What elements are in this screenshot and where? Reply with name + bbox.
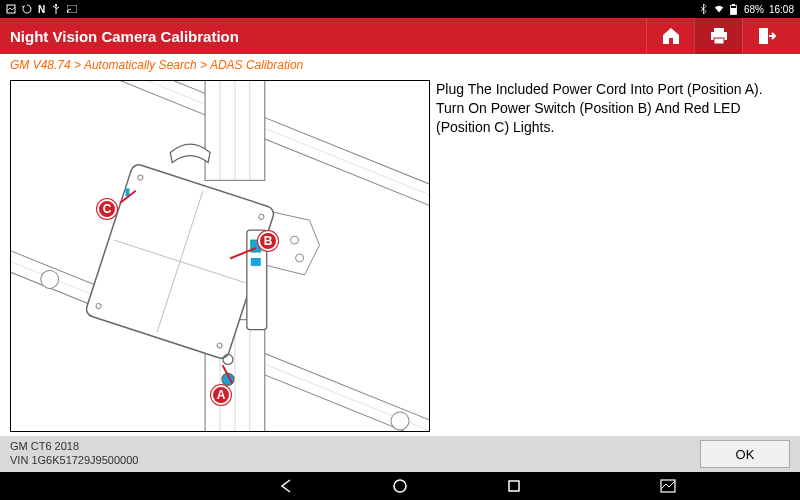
- usb-icon: [51, 4, 61, 14]
- vehicle-info: GM CT6 2018 VIN 1G6K51729J9500000: [10, 440, 700, 468]
- battery-percent: 68%: [744, 4, 764, 15]
- status-right: 68% 16:08: [699, 4, 794, 15]
- exit-button[interactable]: [742, 18, 790, 54]
- sync-icon: [22, 4, 32, 14]
- screenshot-button[interactable]: [656, 474, 680, 498]
- back-icon: [278, 478, 294, 494]
- image-icon: [660, 479, 676, 493]
- diagram-container: C B A: [10, 80, 430, 432]
- print-icon: [709, 27, 729, 45]
- svg-rect-43: [509, 481, 519, 491]
- svg-rect-12: [759, 28, 768, 44]
- status-left: N: [6, 4, 77, 15]
- android-status-bar: N 68% 16:08: [0, 0, 800, 18]
- svg-rect-11: [714, 38, 724, 44]
- callout-b: B: [258, 231, 278, 251]
- svg-rect-36: [251, 258, 261, 266]
- back-button[interactable]: [274, 474, 298, 498]
- svg-point-42: [394, 480, 406, 492]
- svg-rect-5: [67, 5, 77, 13]
- bluetooth-icon: [699, 4, 709, 14]
- home-icon: [661, 27, 681, 45]
- callout-c: C: [97, 199, 117, 219]
- svg-rect-9: [714, 28, 724, 32]
- footer-bar: GM CT6 2018 VIN 1G6K51729J9500000 OK: [0, 436, 800, 472]
- exit-icon: [757, 26, 777, 46]
- vehicle-vin: VIN 1G6K51729J9500000: [10, 454, 700, 468]
- circle-icon: [392, 478, 408, 494]
- home-nav-button[interactable]: [388, 474, 412, 498]
- app-header: Night Vision Camera Calibration: [0, 18, 800, 54]
- svg-rect-8: [731, 8, 737, 15]
- calibration-diagram: [11, 81, 429, 431]
- clock: 16:08: [769, 4, 794, 15]
- breadcrumb: GM V48.74 > Automatically Search > ADAS …: [0, 54, 800, 78]
- main-content: C B A Plug The Included Power Cord Into …: [0, 78, 800, 436]
- vehicle-model: GM CT6 2018: [10, 440, 700, 454]
- wifi-icon: [714, 4, 724, 14]
- square-icon: [506, 478, 522, 494]
- svg-point-2: [55, 4, 57, 6]
- home-button[interactable]: [646, 18, 694, 54]
- n-icon: N: [38, 4, 45, 15]
- page-title: Night Vision Camera Calibration: [10, 28, 646, 45]
- battery-icon: [729, 4, 739, 14]
- instruction-text: Plug The Included Power Cord Into Port (…: [434, 80, 790, 432]
- ok-button[interactable]: OK: [700, 440, 790, 468]
- gallery-icon: [6, 4, 16, 14]
- android-nav-bar: [0, 472, 800, 500]
- cast-icon: [67, 4, 77, 14]
- callout-a: A: [211, 385, 231, 405]
- recents-button[interactable]: [502, 474, 526, 498]
- print-button[interactable]: [694, 18, 742, 54]
